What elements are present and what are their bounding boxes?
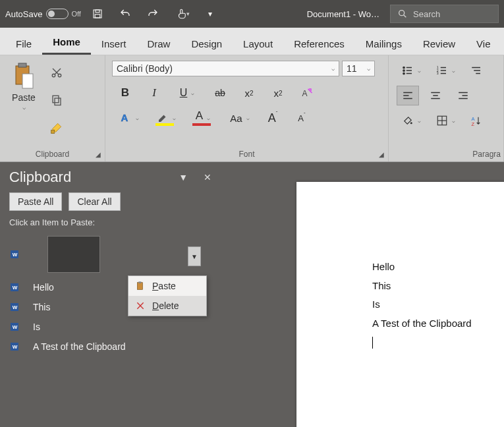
- grow-font-button[interactable]: Aˆ: [262, 108, 283, 128]
- undo-icon[interactable]: [114, 3, 136, 25]
- search-box[interactable]: Search: [390, 5, 499, 23]
- text-cursor: [372, 337, 373, 349]
- word-doc-icon: W: [9, 341, 20, 352]
- pane-close-icon[interactable]: ✕: [204, 172, 211, 183]
- tab-view[interactable]: Vie: [466, 32, 501, 55]
- dialog-launcher-icon[interactable]: ◢: [96, 151, 101, 158]
- text-effects-button[interactable]: A⌵: [115, 108, 144, 128]
- svg-point-41: [410, 122, 412, 124]
- font-color-button[interactable]: A ⌵: [188, 108, 217, 128]
- chevron-down-icon: ▾: [186, 11, 190, 17]
- scissors-icon: [51, 67, 63, 78]
- pane-options-icon[interactable]: ▼: [179, 172, 188, 183]
- highlight-button[interactable]: ⌵: [152, 108, 181, 128]
- tab-insert[interactable]: Insert: [91, 32, 137, 55]
- font-size-select[interactable]: 11 ⌵: [342, 61, 375, 76]
- ribbon: Paste ⌵ Clipboard ◢: [0, 55, 504, 162]
- clear-all-button[interactable]: Clear All: [69, 192, 120, 211]
- sort-button[interactable]: AZ: [465, 111, 488, 130]
- underline-button[interactable]: U⌵: [173, 83, 202, 103]
- tab-draw[interactable]: Draw: [136, 32, 181, 55]
- svg-point-19: [403, 70, 404, 71]
- ctx-paste[interactable]: Paste: [128, 276, 206, 296]
- copy-button[interactable]: [47, 91, 66, 109]
- doc-line: Hello: [372, 258, 504, 277]
- ribbon-tabs: File Home Insert Draw Design Layout Refe…: [0, 28, 504, 55]
- copy-icon: [51, 94, 63, 106]
- chevron-down-icon: ⌵: [331, 65, 335, 72]
- align-center-button[interactable]: [424, 86, 447, 105]
- bold-button[interactable]: B: [115, 83, 136, 103]
- clipboard-item-text: Is: [33, 322, 40, 332]
- paste-label: Paste: [12, 92, 36, 103]
- group-clipboard: Paste ⌵ Clipboard ◢: [0, 55, 105, 161]
- clipboard-thumbnail: [47, 236, 100, 273]
- font-name-select[interactable]: Calibri (Body) ⌵: [112, 61, 339, 76]
- autosave-toggle[interactable]: AutoSave Off: [5, 9, 81, 19]
- change-case-button[interactable]: Aa⌵: [225, 108, 254, 128]
- touch-mode-icon[interactable]: ▾: [169, 3, 197, 25]
- group-label-font: Font ◢: [105, 147, 388, 161]
- tab-review[interactable]: Review: [412, 32, 466, 55]
- tab-layout[interactable]: Layout: [233, 32, 283, 55]
- svg-rect-14: [51, 130, 55, 133]
- dialog-launcher-icon[interactable]: ◢: [379, 151, 384, 158]
- search-placeholder: Search: [413, 9, 440, 19]
- group-label-clipboard: Clipboard ◢: [0, 147, 105, 161]
- clipboard-item-text: A Test of the Clipboard: [33, 341, 126, 352]
- strikethrough-button[interactable]: ab: [210, 83, 231, 103]
- highlight-color-swatch: [155, 123, 174, 126]
- sort-icon: AZ: [470, 115, 482, 127]
- paste-icon: [135, 281, 146, 291]
- format-painter-button[interactable]: [47, 119, 66, 137]
- chevron-down-icon: ⌵: [367, 65, 370, 72]
- group-label-paragraph: Paragra: [389, 147, 503, 161]
- paste-all-button[interactable]: Paste All: [9, 192, 62, 211]
- word-doc-icon: W: [9, 249, 20, 260]
- multilevel-list-button[interactable]: [465, 61, 488, 80]
- clipboard-pane: Clipboard ▼ ✕ Paste All Clear All Click …: [0, 162, 221, 427]
- svg-text:Z: Z: [472, 121, 475, 127]
- document-area[interactable]: Hello This Is A Test of the Clipboard: [221, 162, 504, 427]
- qat-customize-icon[interactable]: ▾: [202, 3, 218, 25]
- save-icon[interactable]: [86, 3, 109, 25]
- workspace: Clipboard ▼ ✕ Paste All Clear All Click …: [0, 162, 504, 427]
- align-left-button[interactable]: [397, 86, 419, 105]
- tab-design[interactable]: Design: [181, 32, 233, 55]
- numbering-button[interactable]: 123⌵: [431, 61, 460, 80]
- ctx-delete[interactable]: Delete: [128, 296, 206, 316]
- text-effects-icon: A: [120, 112, 132, 124]
- tab-home[interactable]: Home: [42, 30, 91, 55]
- cut-button[interactable]: [47, 63, 66, 82]
- svg-text:W: W: [13, 252, 18, 258]
- redo-icon[interactable]: [142, 3, 164, 25]
- clear-formatting-button[interactable]: A: [296, 83, 318, 103]
- document-page[interactable]: Hello This Is A Test of the Clipboard: [296, 182, 504, 427]
- paste-icon: [12, 62, 36, 91]
- ctx-delete-rest: elete: [159, 300, 179, 311]
- superscript-button[interactable]: x2: [267, 83, 289, 103]
- pane-hint: Click an Item to Paste:: [9, 217, 211, 227]
- clipboard-item-menu-button[interactable]: ▼: [188, 246, 201, 266]
- tab-references[interactable]: References: [283, 32, 355, 55]
- title-bar: AutoSave Off ▾ ▾ Document1 - Wo… Search: [0, 0, 504, 28]
- clipboard-item[interactable]: W: [9, 231, 211, 277]
- shrink-font-button[interactable]: Aˇ: [291, 108, 312, 128]
- shading-button[interactable]: ⌵: [397, 111, 426, 130]
- tab-mailings[interactable]: Mailings: [355, 32, 412, 55]
- clipboard-item[interactable]: W A Test of the Clipboard: [9, 337, 211, 356]
- tab-file[interactable]: File: [5, 32, 42, 55]
- svg-rect-7: [22, 74, 33, 88]
- clear-format-icon: A: [301, 87, 313, 99]
- toggle-switch[interactable]: [46, 9, 69, 19]
- italic-button[interactable]: I: [144, 83, 165, 103]
- subscript-button[interactable]: x2: [238, 83, 260, 103]
- font-color-swatch: [192, 123, 211, 126]
- align-right-button[interactable]: [452, 86, 474, 105]
- svg-text:A: A: [121, 112, 128, 123]
- paste-button[interactable]: Paste ⌵: [4, 59, 43, 111]
- clipboard-item[interactable]: W Is: [9, 317, 211, 337]
- svg-rect-1: [96, 10, 99, 13]
- borders-button[interactable]: ⌵: [431, 111, 460, 130]
- bullets-button[interactable]: ⌵: [397, 61, 426, 80]
